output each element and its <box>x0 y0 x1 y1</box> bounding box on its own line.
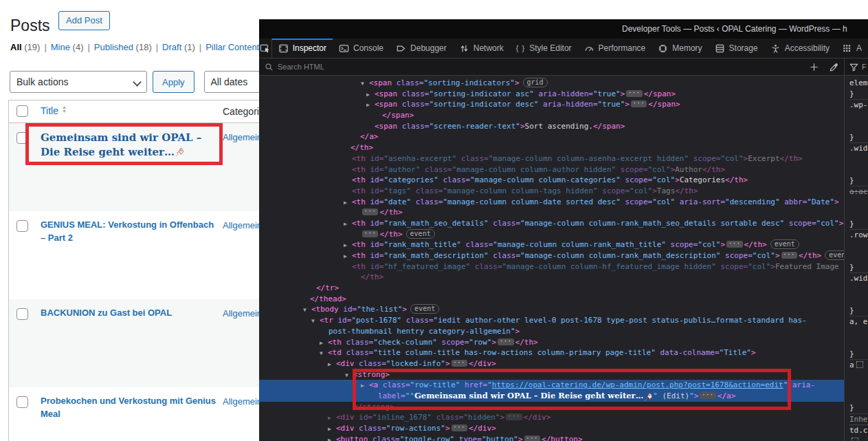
markup-node[interactable]: </th> <box>259 272 844 283</box>
search-html-input[interactable]: Search HTML <box>259 63 324 72</box>
collapsed-ellipsis-button[interactable]: ··· <box>506 413 522 420</box>
css-rule-fragment[interactable]: } <box>849 262 868 273</box>
markup-node[interactable]: ▶<th id="rank_math_title" class="manage-… <box>259 239 844 250</box>
markup-node[interactable]: ···</th> <box>259 207 844 218</box>
select-all-checkbox[interactable] <box>16 105 28 117</box>
css-rule-fragment[interactable]: } <box>849 175 868 186</box>
collapsed-ellipsis-button[interactable]: ··· <box>498 338 513 345</box>
tab-storage[interactable]: Storage <box>709 39 764 58</box>
css-rule-fragment[interactable]: .wid <box>849 272 868 284</box>
markup-node[interactable]: ▶<div class="row-actions">···</div> <box>259 423 844 434</box>
expand-arrow-icon[interactable]: ▶ <box>344 251 352 262</box>
markup-node[interactable]: label=""Gemeinsam sind wir OPAL – Die Re… <box>259 391 844 402</box>
markup-node[interactable]: ▶<th id="rank_math_seo_details" class="m… <box>259 218 844 229</box>
markup-node[interactable]: <th id="categories" class="manage-column… <box>259 175 844 186</box>
markup-node[interactable]: <th id="asenha-excerpt" class="manage-co… <box>259 153 844 164</box>
markup-node[interactable]: <th id="author" class="manage-column col… <box>259 164 844 175</box>
expand-arrow-icon[interactable]: ▶ <box>344 240 352 251</box>
markup-node[interactable]: ▶<span class="sorting-indicator desc" ar… <box>259 99 844 110</box>
bulk-actions-select[interactable]: Bulk actions <box>10 71 147 93</box>
category-link[interactable]: Allgemein <box>223 396 262 407</box>
expand-arrow-icon[interactable]: ▶ <box>328 413 336 424</box>
filter-link-pillar-content[interactable]: Pillar Content <box>205 42 259 52</box>
inherited-label[interactable]: Inhe <box>849 413 868 426</box>
tab-application[interactable]: A <box>836 39 868 58</box>
filter-link-all[interactable]: All (19) <box>10 42 40 52</box>
markup-node[interactable]: post-thumbnail hentry category-allgemein… <box>259 326 844 337</box>
css-rule-fragment[interactable]: } <box>849 89 868 100</box>
collapsed-ellipsis-button[interactable]: ··· <box>524 435 540 441</box>
markup-node[interactable]: ▼<td class="title column-title has-row-a… <box>259 347 844 358</box>
markup-node[interactable]: ▶<th id="rank_math_description" class="m… <box>259 250 844 261</box>
filter-link-published[interactable]: Published (18) <box>94 42 152 52</box>
expand-arrow-icon[interactable]: ▶ <box>328 435 336 441</box>
css-rule-fragment[interactable]: } <box>849 219 868 230</box>
collapsed-ellipsis-button[interactable]: ··· <box>781 252 797 259</box>
collapsed-ellipsis-button[interactable]: ··· <box>631 100 647 107</box>
tab-console[interactable]: Console <box>333 39 390 58</box>
css-rule-fragment[interactable]: } <box>849 349 868 360</box>
post-title-link[interactable]: Gemeinsam sind wir OPAL – Die Reise geht… <box>41 131 221 160</box>
css-rule-fragment[interactable]: } <box>849 402 868 413</box>
markup-node[interactable]: </strong> <box>259 402 844 413</box>
expand-arrow-icon[interactable]: ▼ <box>311 316 320 327</box>
eyedropper-button[interactable] <box>829 62 839 72</box>
row-checkbox[interactable] <box>16 308 28 320</box>
markup-node[interactable]: <span class="screen-reader-text">Sort as… <box>259 121 844 132</box>
css-rule-fragment[interactable]: a, e <box>849 316 868 327</box>
markup-node[interactable]: ▶<div id="inline_1678" class="hidden">··… <box>259 412 844 423</box>
css-rule-fragment[interactable]: } <box>849 305 868 316</box>
markup-node[interactable]: </th> <box>259 142 844 153</box>
markup-node[interactable]: </a> <box>259 131 844 142</box>
markup-node[interactable]: ▼<tbody id="the-list">event <box>259 304 844 315</box>
markup-node[interactable]: ▶<button class="toggle-row" type="button… <box>259 434 844 441</box>
collapsed-ellipsis-button[interactable]: ··· <box>362 208 378 215</box>
post-title-link[interactable]: Probekochen und Verkostung mit Genius Me… <box>41 395 221 421</box>
filter-styles-input[interactable]: F <box>844 58 868 75</box>
markup-node[interactable]: </tr> <box>259 283 844 294</box>
expand-arrow-icon[interactable]: ▶ <box>366 100 375 111</box>
css-rule-fragment[interactable]: a:ac <box>849 186 868 197</box>
category-link[interactable]: Allgemein <box>223 220 262 230</box>
post-title-link[interactable]: BACKUNION zu Gast bei OPAL <box>41 307 221 320</box>
row-checkbox[interactable] <box>16 396 28 408</box>
collapsed-ellipsis-button[interactable]: ··· <box>452 360 467 367</box>
markup-node[interactable]: </span> <box>259 110 844 121</box>
grid-badge[interactable]: grid <box>523 78 548 87</box>
css-rule-fragment[interactable]: a <box>849 359 868 371</box>
event-badge[interactable]: event <box>406 229 435 239</box>
column-header-title[interactable]: Title▲▼ <box>41 105 67 116</box>
markup-node[interactable]: ▶<a class="row-title" href="https://opal… <box>259 380 844 391</box>
add-node-button[interactable] <box>809 62 819 72</box>
expand-arrow-icon[interactable]: ▶ <box>328 359 336 370</box>
css-rule-fragment[interactable]: .wid <box>849 142 868 154</box>
tab-network[interactable]: Network <box>453 39 510 58</box>
collapsed-ellipsis-button[interactable]: ··· <box>626 90 642 97</box>
event-badge[interactable]: event <box>825 250 844 260</box>
row-checkbox[interactable] <box>16 220 28 232</box>
markup-node[interactable]: <th id="tags" class="manage-column colum… <box>259 186 844 197</box>
css-rule-fragment[interactable]: } <box>849 132 868 143</box>
css-rule-fragment[interactable]: elem <box>849 78 868 89</box>
markup-node[interactable]: ▶<th id="date" class="manage-column colu… <box>259 197 844 208</box>
expand-arrow-icon[interactable]: ▶ <box>320 338 328 349</box>
tab-debugger[interactable]: Debugger <box>390 39 453 58</box>
tab-inspector[interactable]: Inspector <box>272 39 333 58</box>
category-link[interactable]: Allgemein <box>223 308 262 319</box>
markup-node[interactable]: ▶<div class="locked-info">···</div> <box>259 358 844 369</box>
expand-arrow-icon[interactable]: ▶ <box>366 89 375 100</box>
markup-node[interactable]: <th id="hf_featured_image" class="manage… <box>259 261 844 272</box>
css-rule-fragment[interactable]: .wp- <box>849 99 868 111</box>
category-link[interactable]: Allgemein <box>223 132 262 142</box>
add-post-button[interactable]: Add Post <box>58 11 110 30</box>
toggle-square-icon[interactable] <box>856 361 863 368</box>
pick-element-button[interactable] <box>259 39 272 58</box>
filter-link-mine[interactable]: Mine (4) <box>51 42 84 52</box>
css-rule-fragment[interactable] <box>849 436 868 441</box>
collapsed-ellipsis-button[interactable]: ··· <box>700 392 715 399</box>
collapsed-ellipsis-button[interactable]: ··· <box>726 241 742 248</box>
markup-node[interactable]: ▼<tr id="post-1678" class="iedit author-… <box>259 315 844 326</box>
event-badge[interactable]: event <box>770 239 799 249</box>
event-badge[interactable]: event <box>410 304 439 314</box>
expand-arrow-icon[interactable]: ▶ <box>344 219 352 230</box>
